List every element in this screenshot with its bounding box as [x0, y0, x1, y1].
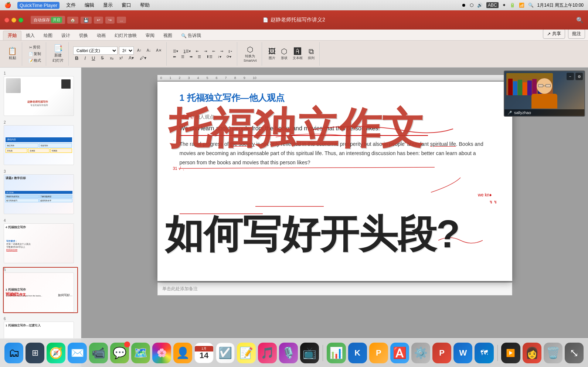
dock-item-notes[interactable]: 📝: [237, 343, 256, 363]
align-center[interactable]: ☰: [179, 54, 186, 59]
columns-button[interactable]: ⫿▾: [227, 48, 234, 54]
font-selector[interactable]: Calibri (正文): [73, 47, 118, 55]
copy-button[interactable]: 📄 复制: [27, 51, 43, 57]
ltr-button[interactable]: ⇒: [218, 48, 225, 54]
paste-button[interactable]: 📋 粘贴: [6, 46, 19, 62]
search-menubar-icon[interactable]: 🔍: [528, 3, 534, 8]
tab-review[interactable]: 审阅: [141, 31, 159, 40]
help-menu[interactable]: 帮助: [138, 1, 152, 9]
slide-thumb-2[interactable]: 2 课程内容 独立写作 综合写作 开头段 主体段 结尾段: [3, 120, 78, 166]
dock-item-quicktime[interactable]: ▶️: [501, 343, 520, 363]
app-name-menu[interactable]: QuickTime Player: [17, 2, 60, 9]
share-button[interactable]: ↗ 共享: [543, 29, 565, 39]
dock-item-safari[interactable]: 🧭: [47, 343, 65, 363]
undo-button[interactable]: ↩: [94, 17, 103, 24]
line-spacing[interactable]: ↕▾: [216, 54, 223, 59]
new-slide-button[interactable]: 📑 新建 幻灯片: [51, 44, 65, 64]
comment-button[interactable]: 批注: [568, 29, 585, 39]
tab-insert[interactable]: 插入: [21, 31, 39, 40]
slide-panel[interactable]: 1 赵静老师托福写作 专业托福写作指导 2 课程内容: [0, 68, 81, 367]
video-minimize-button[interactable]: −: [567, 73, 574, 80]
align-top[interactable]: ⬆☰: [204, 54, 214, 59]
dock-item-numbers[interactable]: 📊: [327, 343, 346, 363]
superscript-button[interactable]: x²: [118, 55, 125, 61]
cut-button[interactable]: ✂ 剪切: [27, 44, 42, 51]
autosave-toggle[interactable]: 自动保存 开启: [31, 16, 65, 24]
more-button[interactable]: ...: [117, 17, 126, 23]
dock-item-tv[interactable]: 📺: [300, 343, 319, 363]
dock-item-launchpad[interactable]: ⊞: [26, 343, 44, 363]
bold-button[interactable]: B: [73, 55, 80, 62]
picture-button[interactable]: 🖼 图片: [266, 47, 278, 62]
numbering-button[interactable]: 1̲☰▾: [181, 48, 193, 54]
dock-item-finder[interactable]: 🗂: [4, 343, 23, 363]
dock-item-reminders[interactable]: ☑️: [216, 343, 235, 363]
dock-item-facetime[interactable]: 📹: [89, 343, 108, 363]
align-right[interactable]: ➡: [188, 54, 194, 59]
close-button[interactable]: [4, 18, 9, 23]
tab-transition[interactable]: 切换: [75, 31, 92, 40]
font-size-selector[interactable]: 24: [119, 47, 134, 55]
dock-item-music[interactable]: 🎵: [258, 343, 277, 363]
dock-item-mail[interactable]: ✉️: [68, 343, 86, 363]
font-color-button[interactable]: A▾: [127, 55, 136, 61]
slide-thumb-3[interactable]: 3 课题2 教学目标 学习目标 掌握开头段写法 了解话题类型 练习写作技巧 提高…: [3, 169, 78, 215]
redo-button[interactable]: ↪: [105, 17, 115, 24]
dock-item-resize[interactable]: ⤡: [565, 343, 584, 363]
indent-decrease[interactable]: ⇤: [194, 48, 201, 54]
tab-tellme[interactable]: 🔍 告诉我: [177, 31, 205, 40]
dock-item-pages[interactable]: P: [369, 343, 388, 363]
slide-thumb-1[interactable]: 1 赵静老师托福写作 专业托福写作指导: [3, 71, 78, 117]
home-button[interactable]: 🏠: [67, 17, 78, 24]
arrange-button[interactable]: ⧉ 排列: [306, 47, 316, 62]
search-button[interactable]: 🔍: [576, 17, 584, 24]
clear-format[interactable]: A✕: [154, 48, 163, 53]
subscript-button[interactable]: x₂: [108, 55, 115, 61]
text-direction[interactable]: ⟳▾: [225, 54, 233, 59]
align-left[interactable]: ⬅: [171, 54, 178, 59]
dock-item-settings[interactable]: ⚙️: [411, 343, 430, 363]
strikethrough-button[interactable]: S̶: [99, 55, 106, 61]
font-size-increase[interactable]: A↑: [135, 48, 143, 53]
video-settings-button[interactable]: ⚙: [575, 73, 583, 80]
edit-menu[interactable]: 编辑: [82, 1, 96, 9]
dock-item-messages[interactable]: 💬: [110, 343, 129, 363]
dock-item-podcasts[interactable]: 🎙️: [279, 343, 298, 363]
dock-item-person[interactable]: 👩: [523, 343, 541, 363]
dock-item-trash[interactable]: 🗑️: [544, 343, 562, 363]
window-menu[interactable]: 窗口: [119, 1, 133, 9]
tab-draw[interactable]: 绘图: [39, 31, 57, 40]
underline-button[interactable]: U: [90, 55, 97, 62]
maximize-button[interactable]: [18, 18, 23, 23]
dock-item-word[interactable]: W: [453, 343, 472, 363]
dock-item-calendar[interactable]: 1月 14: [194, 343, 213, 363]
dock-item-keynote[interactable]: K: [348, 343, 367, 363]
save-button[interactable]: 💾: [81, 17, 92, 24]
rtl-button[interactable]: ⇐: [210, 48, 217, 54]
apple-logo-icon[interactable]: 🍎: [4, 2, 11, 8]
font-size-decrease[interactable]: A↓: [145, 48, 153, 53]
tab-start[interactable]: 开始: [3, 31, 21, 40]
indent-increase[interactable]: ⇥: [202, 48, 209, 54]
format-paste-button[interactable]: 📝 格式: [27, 57, 43, 64]
smartart-button[interactable]: ⬡ 转换为SmartArt: [242, 45, 259, 64]
dock-item-mindmap[interactable]: 🗺: [475, 343, 493, 363]
justify[interactable]: ☰: [196, 54, 203, 59]
dock-item-maps[interactable]: 🗺️: [131, 343, 150, 363]
dock-item-powerpoint[interactable]: P: [432, 343, 451, 363]
file-menu[interactable]: 文件: [64, 1, 78, 9]
slide-thumb-5[interactable]: 5 1 托福独立写作 话题引 他人观点 We can learn about p…: [3, 267, 78, 313]
shape-button[interactable]: ⬡ 形状: [279, 47, 289, 62]
textbox-button[interactable]: 🅰 文本框: [291, 47, 305, 62]
minimize-button[interactable]: [11, 18, 16, 23]
slide-thumb-4[interactable]: 4 4 托福独立写作 写作要求： 对某一话题表达个人观点 字数要求300字以上 …: [3, 218, 78, 264]
dock-item-contacts[interactable]: 👤: [173, 343, 192, 363]
highlight-button[interactable]: 🖊▾: [138, 55, 148, 61]
tab-view[interactable]: 视图: [159, 31, 177, 40]
dock-item-photos[interactable]: 🌸: [152, 343, 171, 363]
italic-button[interactable]: I: [82, 55, 88, 62]
main-slide[interactable]: 1 托福独立写作—他人观点 话题引 他人观点—— We can learn ab…: [157, 82, 512, 281]
view-menu[interactable]: 显示: [101, 1, 115, 9]
tab-design[interactable]: 设计: [57, 31, 75, 40]
tab-slideshow[interactable]: 幻灯片放映: [110, 31, 141, 40]
